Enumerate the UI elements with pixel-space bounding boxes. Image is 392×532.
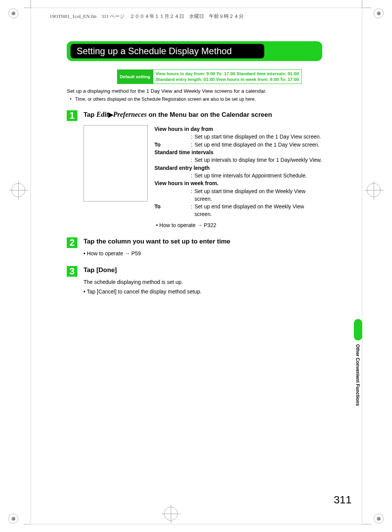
- side-tab-marker: [354, 319, 362, 340]
- step-3-text: The schedule displaying method is set up…: [84, 278, 322, 286]
- registration-mark-icon: [11, 183, 25, 197]
- def-desc: Set up start time displayed on the 1 Day…: [194, 133, 322, 140]
- page-content: Setting up a Schedule Display Method Def…: [67, 41, 322, 296]
- crop-mark-icon: [31, 0, 31, 8]
- step-2-title: Tap the column you want to set up to ent…: [84, 237, 322, 246]
- screenshot-placeholder: [84, 125, 148, 202]
- definitions-list: View hours in day from :Set up start tim…: [154, 125, 322, 229]
- def-label: Standard time intervals: [154, 148, 214, 156]
- corner-dot-icon: [8, 8, 18, 18]
- def-label: View hours in week from.: [154, 179, 218, 187]
- registration-mark-icon: [367, 183, 381, 197]
- section-title-bar: Setting up a Schedule Display Method: [67, 41, 322, 61]
- corner-dot-icon: [8, 514, 18, 524]
- default-setting-value: View hours in day from: 9:00 To: 17:00 S…: [153, 69, 302, 84]
- default-setting-line1: View hours in day from: 9:00 To: 17:00 S…: [156, 71, 299, 77]
- step-3-bullet: • Tap [Cancel] to cancel the display met…: [84, 288, 322, 296]
- step-2: 2 Tap the column you want to set up to e…: [67, 237, 322, 258]
- crop-mark-icon: [362, 0, 362, 8]
- howto-ref: • How to operate → P322: [156, 221, 322, 229]
- step-1: 1 Tap Edit▶Preferneces on the Menu bar o…: [67, 110, 322, 229]
- default-setting-line2: Standard entry length: 01:00 View hours …: [156, 77, 299, 82]
- def-desc: Set up time intervals for Appointment Sc…: [194, 172, 322, 179]
- def-desc: Set up end time displayed on the 1 Day V…: [194, 141, 322, 148]
- corner-dot-icon: [374, 514, 384, 524]
- step-number: 2: [67, 237, 77, 248]
- side-tab-label: Other Convenient Functions: [355, 344, 360, 406]
- page-number: 311: [334, 494, 352, 506]
- def-desc: Set up intervals to display time for 1 D…: [194, 156, 322, 164]
- corner-dot-icon: [374, 8, 384, 18]
- def-label: Standard entry length: [154, 164, 210, 172]
- def-label: To: [154, 203, 191, 218]
- running-header: 19OTH01_1col_EN.fm 311 ページ ２００４年１１月２４日 水…: [50, 13, 244, 20]
- step-number: 3: [67, 266, 77, 277]
- intro-text: Set up a displaying method for the 1 Day…: [67, 88, 322, 95]
- def-desc: Set up end time displayed on the Weekly …: [194, 203, 322, 218]
- intro-bullet: • Time, or others displayed on the Sched…: [68, 97, 322, 102]
- step-3-title: Tap [Done]: [84, 266, 322, 274]
- howto-ref: • How to operate → P59: [84, 250, 322, 258]
- side-tab: Other Convenient Functions: [354, 319, 362, 418]
- step-1-title: Tap Edit▶Preferneces on the Menu bar on …: [84, 110, 322, 119]
- default-setting-label: Default setting: [117, 69, 153, 84]
- section-title: Setting up a Schedule Display Method: [71, 44, 264, 58]
- def-desc: Set up start time displayed on the Weekl…: [194, 187, 322, 203]
- step-number: 1: [67, 110, 77, 121]
- default-setting-box: Default setting View hours in day from: …: [117, 69, 322, 84]
- def-label: View hours in day from: [154, 125, 213, 133]
- step-3: 3 Tap [Done] The schedule displaying met…: [67, 266, 322, 296]
- def-label: To: [154, 141, 191, 148]
